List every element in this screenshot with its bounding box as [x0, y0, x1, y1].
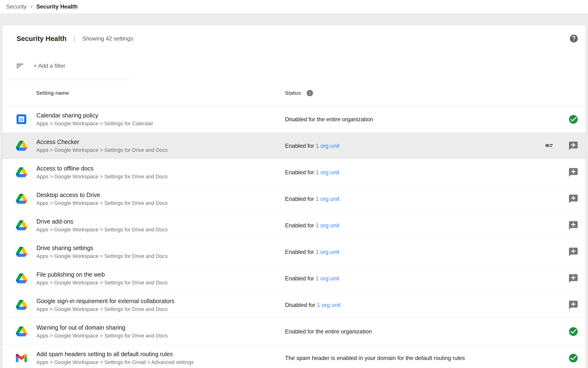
setting-title: Access to offline docs — [36, 165, 168, 172]
status-text: The spam header is enabled in your domai… — [285, 355, 465, 361]
status-ok-icon[interactable] — [568, 114, 579, 125]
recommendation-icon[interactable] — [568, 273, 579, 284]
table-row[interactable]: Warning for out of domain sharing Apps >… — [2, 318, 586, 345]
title-separator: | — [74, 35, 75, 42]
status-prefix: Enabled for the entire organization — [285, 328, 372, 335]
status-text: Enabled for 1 org unit — [285, 196, 339, 202]
status-cell: Enabled for 1 org unit — [285, 247, 586, 257]
breadcrumb: Security › Security Health — [0, 0, 588, 13]
setting-path: Apps > Google Workspace > Settings for D… — [36, 227, 168, 233]
setting-title: Desktop access to Drive — [36, 192, 168, 198]
settings-table-body: 31 Calendar sharing policy Apps > Google… — [2, 106, 586, 368]
table-row[interactable]: Access to offline docs Apps > Google Wor… — [2, 159, 586, 186]
status-prefix: Enabled for — [285, 222, 316, 229]
status-text: Enabled for 1 org unit — [285, 275, 339, 282]
drive-icon — [16, 326, 27, 337]
breadcrumb-item-security-health: Security Health — [36, 3, 78, 10]
org-unit-link[interactable]: 1 org unit — [316, 275, 339, 282]
setting-title: File publishing on the web — [36, 271, 168, 278]
setting-cell: Desktop access to Drive Apps > Google Wo… — [2, 192, 285, 206]
status-cell: Disabled for the entire organization — [285, 114, 586, 125]
status-prefix: Enabled for — [285, 143, 316, 149]
setting-path: Apps > Google Workspace > Settings for D… — [36, 253, 168, 259]
recommendation-icon[interactable] — [568, 247, 579, 257]
recommendation-icon[interactable] — [568, 167, 579, 178]
setting-title: Drive add-ons — [36, 218, 168, 225]
setting-cell: Drive add-ons Apps > Google Workspace > … — [2, 218, 285, 233]
setting-cell: File publishing on the web Apps > Google… — [2, 271, 285, 286]
status-cell: Enabled for 1 org unit — [285, 273, 586, 284]
table-header: Setting name Status — [2, 80, 586, 106]
add-filter-button[interactable]: + Add a filter — [34, 63, 65, 69]
org-unit-link[interactable]: 1 org unit — [316, 249, 339, 255]
table-row[interactable]: 31 Calendar sharing policy Apps > Google… — [2, 106, 586, 133]
status-text: Enabled for 1 org unit — [285, 169, 339, 176]
org-unit-link[interactable]: 1 org unit — [316, 196, 339, 202]
table-row[interactable]: Add spam headers setting to all default … — [2, 345, 586, 368]
status-text: Enabled for 1 org unit — [285, 249, 339, 255]
org-unit-link[interactable]: 1 org unit — [317, 302, 341, 308]
svg-text:31: 31 — [19, 118, 24, 122]
calendar-icon: 31 — [16, 114, 27, 125]
org-unit-link[interactable]: 1 org unit — [316, 169, 339, 175]
setting-title: Drive sharing settings — [36, 245, 168, 251]
recommendation-icon[interactable] — [568, 220, 579, 231]
table-row[interactable]: Access Checker Apps > Google Workspace >… — [2, 133, 586, 159]
column-status: Status — [285, 90, 301, 96]
help-icon[interactable] — [569, 34, 579, 43]
status-cell: Enabled for 1 org unit — [285, 194, 586, 204]
org-unit-link[interactable]: 1 org unit — [316, 143, 339, 149]
setting-path: Apps > Google Workspace > Settings for D… — [36, 306, 175, 312]
table-row[interactable]: Drive sharing settings Apps > Google Wor… — [2, 239, 586, 265]
recommendation-icon[interactable] — [568, 141, 579, 151]
status-prefix: Enabled for — [285, 275, 316, 282]
setting-title: Warning for out of domain sharing — [36, 324, 168, 331]
security-health-card: Security Health | Showing 42 settings + … — [2, 26, 586, 368]
status-ok-icon[interactable] — [568, 353, 579, 363]
drive-icon — [16, 246, 27, 258]
status-ok-icon[interactable] — [568, 326, 579, 337]
setting-cell: Access to offline docs Apps > Google Wor… — [2, 165, 285, 180]
recommendation-icon[interactable] — [568, 300, 579, 310]
details-icon[interactable] — [544, 141, 554, 151]
breadcrumb-separator-icon: › — [31, 3, 33, 10]
status-cell: Enabled for the entire organization — [285, 326, 586, 337]
page-title: Security Health — [17, 35, 66, 43]
status-prefix: Disabled for — [285, 302, 317, 308]
table-row[interactable]: Google sign-in requirement for external … — [2, 292, 586, 318]
setting-title: Add spam headers setting to all default … — [36, 351, 194, 358]
setting-path: Apps > Google Workspace > Settings for D… — [36, 174, 168, 180]
setting-title: Calendar sharing policy — [36, 112, 153, 119]
breadcrumb-item-security[interactable]: Security — [6, 3, 27, 10]
status-cell: Enabled for 1 org unit — [285, 167, 586, 178]
status-cell: Enabled for 1 org unit — [285, 220, 586, 231]
setting-cell: Google sign-in requirement for external … — [2, 298, 285, 312]
setting-path: Apps > Google Workspace > Settings for D… — [36, 280, 168, 286]
status-cell: The spam header is enabled in your domai… — [285, 353, 586, 363]
org-unit-link[interactable]: 1 org unit — [316, 222, 339, 229]
status-info-icon[interactable] — [306, 89, 314, 97]
column-setting-name: Setting name — [2, 90, 285, 96]
setting-path: Apps > Google Workspace > Settings for G… — [36, 359, 194, 365]
settings-count: Showing 42 settings — [82, 35, 133, 42]
drive-icon — [16, 220, 27, 231]
recommendation-icon[interactable] — [568, 194, 579, 204]
setting-cell: Drive sharing settings Apps > Google Wor… — [2, 245, 285, 259]
setting-cell: 31 Calendar sharing policy Apps > Google… — [2, 112, 285, 127]
setting-path: Apps > Google Workspace > Settings for D… — [36, 333, 168, 339]
setting-cell: Add spam headers setting to all default … — [2, 351, 285, 365]
filter-icon[interactable] — [16, 62, 24, 70]
status-prefix: The spam header is enabled in your domai… — [285, 355, 465, 361]
status-prefix: Enabled for — [285, 249, 316, 255]
status-text: Disabled for the entire organization — [285, 116, 373, 123]
status-text: Enabled for 1 org unit — [285, 143, 339, 149]
status-text: Enabled for 1 org unit — [285, 222, 339, 229]
table-row[interactable]: Drive add-ons Apps > Google Workspace > … — [2, 212, 586, 239]
status-cell: Enabled for 1 org unit — [285, 141, 586, 151]
setting-path: Apps > Google Workspace > Settings for D… — [36, 200, 168, 206]
table-row[interactable]: File publishing on the web Apps > Google… — [2, 265, 586, 292]
drive-icon — [16, 167, 27, 178]
status-text: Disabled for 1 org unit — [285, 302, 341, 308]
table-row[interactable]: Desktop access to Drive Apps > Google Wo… — [2, 186, 586, 212]
status-prefix: Enabled for — [285, 196, 316, 202]
